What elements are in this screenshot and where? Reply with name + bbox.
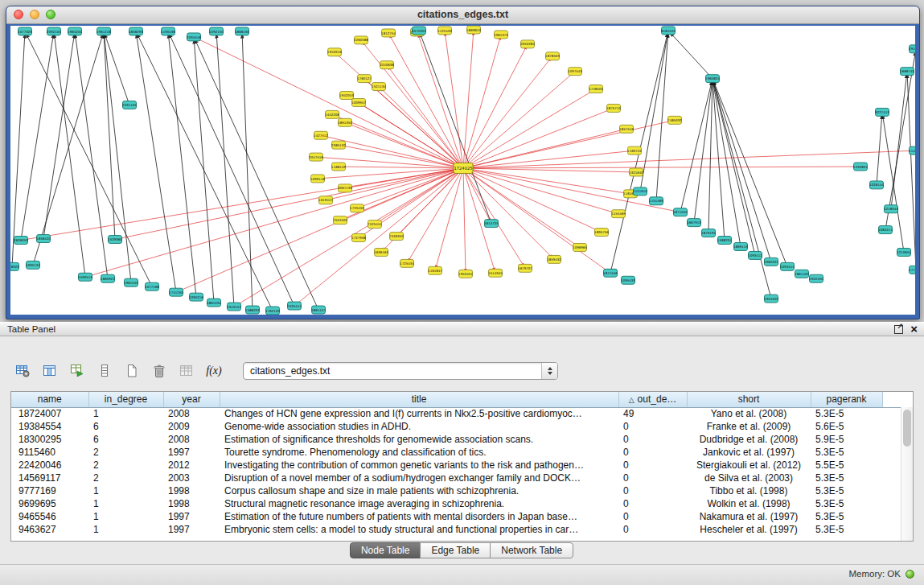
graph-node[interactable]: 2092104 xyxy=(47,27,61,35)
graph-edge[interactable] xyxy=(43,31,75,239)
graph-edge[interactable] xyxy=(463,168,554,259)
graph-node[interactable]: 9227413 xyxy=(875,108,889,116)
graph-node[interactable]: 1748503 xyxy=(589,85,603,93)
graph-edge[interactable] xyxy=(136,31,273,311)
table-row[interactable]: 911546021997Tourette syndrome. Phenomeno… xyxy=(11,446,913,459)
tab-edge-table[interactable]: Edge Table xyxy=(420,542,491,558)
tab-node-table[interactable]: Node Table xyxy=(350,542,421,558)
table-row[interactable]: 2242004622012Investigating the contribut… xyxy=(11,459,913,472)
graph-node[interactable]: 1188149 xyxy=(331,163,346,171)
graph-node[interactable]: 1125430 xyxy=(437,27,452,35)
graph-node[interactable]: 7524502 xyxy=(333,216,347,225)
graph-node[interactable]: 1121610 xyxy=(633,187,647,196)
graph-edge[interactable] xyxy=(12,31,25,266)
graph-node[interactable]: 1077325 xyxy=(18,27,32,35)
graph-node[interactable]: 1943216 xyxy=(327,48,342,56)
graph-edge[interactable] xyxy=(708,79,713,233)
column-header-title[interactable]: title xyxy=(220,392,618,407)
graph-edge[interactable] xyxy=(136,31,176,292)
graph-node[interactable]: 1962201 xyxy=(764,257,778,266)
graph-node[interactable]: 1879195 xyxy=(701,229,716,237)
graph-node[interactable]: 1943157 xyxy=(227,303,241,311)
graph-node[interactable]: 1588204 xyxy=(717,237,732,245)
table-mode-button[interactable] xyxy=(13,362,32,380)
function-builder-button[interactable]: f(x) xyxy=(204,362,224,380)
graph-edge[interactable] xyxy=(891,72,907,209)
graph-node[interactable]: 2085132 xyxy=(331,141,346,149)
graph-edge[interactable] xyxy=(463,30,474,168)
graph-edge[interactable] xyxy=(21,168,463,241)
edit-table-button[interactable] xyxy=(177,362,196,380)
column-header-short[interactable]: short xyxy=(687,392,811,407)
graph-node[interactable]: 1590513 xyxy=(78,273,92,281)
graph-edge[interactable] xyxy=(463,168,630,194)
graph-edge[interactable] xyxy=(407,168,463,263)
graph-node[interactable]: 1961542 xyxy=(124,278,138,286)
graph-node[interactable]: 1961218 xyxy=(97,27,111,35)
graph-edge[interactable] xyxy=(176,168,463,292)
graph-edge[interactable] xyxy=(463,35,501,168)
graph-node[interactable]: 2914725 xyxy=(909,45,915,53)
network-graph[interactable]: 1724025194321622605881812754166409111254… xyxy=(10,26,915,315)
graph-node[interactable]: 1009947 xyxy=(351,98,366,106)
column-header-in_degree[interactable]: in_degree xyxy=(88,392,163,407)
graph-node[interactable]: 1964204 xyxy=(68,27,82,35)
graph-node[interactable]: 1595801 xyxy=(853,163,868,171)
table-row[interactable]: 1872400712008Changes of HCN gene express… xyxy=(11,407,913,420)
graph-node[interactable]: 1636163 xyxy=(374,248,388,256)
graph-node[interactable]: 1741250 xyxy=(169,288,183,296)
graph-edge[interactable] xyxy=(463,167,860,168)
graph-node[interactable]: 1586203 xyxy=(245,306,260,314)
graph-node[interactable]: 7525414 xyxy=(287,302,302,310)
graph-edge[interactable] xyxy=(713,79,771,299)
graph-node[interactable]: 1095433 xyxy=(621,276,635,284)
graph-edge[interactable] xyxy=(242,31,253,310)
graph-edge[interactable] xyxy=(463,168,618,214)
graph-node[interactable]: 5572301 xyxy=(412,27,426,35)
table-row[interactable]: 977716911998Corpus callosum shape and si… xyxy=(11,484,913,497)
graph-node[interactable]: 1964824 xyxy=(705,75,720,83)
graph-edge[interactable] xyxy=(357,168,463,208)
table-row[interactable]: 969969511998Structural magnetic resonanc… xyxy=(11,497,913,510)
graph-node[interactable]: 1861034 xyxy=(207,299,221,307)
graph-edge[interactable] xyxy=(463,72,575,168)
column-header-name[interactable]: name xyxy=(11,392,88,407)
graph-edge[interactable] xyxy=(294,168,463,306)
graph-edge[interactable] xyxy=(345,122,463,168)
window-titlebar[interactable]: citations_edges.txt xyxy=(6,6,919,24)
table-row[interactable]: 946362711997Embryonic stem cells: a mode… xyxy=(11,523,913,536)
graph-node[interactable]: 1924502 xyxy=(764,295,778,303)
graph-node[interactable]: 2047516 xyxy=(309,153,323,161)
column-header-year[interactable]: year xyxy=(163,392,220,407)
scrollbar-thumb[interactable] xyxy=(903,410,911,447)
graph-node[interactable]: 1812754 xyxy=(381,29,396,37)
graph-node[interactable]: 1145408 xyxy=(909,146,915,154)
graph-edge[interactable] xyxy=(463,168,636,172)
graph-node[interactable]: 1096965 xyxy=(573,243,587,251)
graph-node[interactable]: 1818920 xyxy=(10,262,19,270)
graph-edge[interactable] xyxy=(463,56,552,168)
graph-node[interactable]: 1961375 xyxy=(494,31,508,39)
graph-node[interactable]: 1891350 xyxy=(338,118,352,126)
graph-node[interactable]: 1160742 xyxy=(627,146,642,154)
graph-node[interactable]: 3067139 xyxy=(338,184,352,192)
graph-node[interactable]: 1679707 xyxy=(518,264,532,272)
graph-node[interactable]: 1084211 xyxy=(878,226,893,234)
float-panel-icon[interactable]: ↗ xyxy=(894,325,903,334)
graph-edge[interactable] xyxy=(463,150,915,168)
graph-edge[interactable] xyxy=(694,79,713,223)
column-header-out_de[interactable]: △out_de… xyxy=(618,392,687,407)
graph-edge[interactable] xyxy=(463,44,528,168)
graph-node[interactable]: 1619447 xyxy=(318,196,333,204)
graph-node[interactable]: 1442206 xyxy=(325,110,339,118)
graph-edge[interactable] xyxy=(21,31,54,241)
graph-node[interactable]: 1868430 xyxy=(235,27,249,35)
graph-node[interactable]: 1077168 xyxy=(145,282,159,290)
graph-node[interactable]: 1668742 xyxy=(900,68,914,76)
graph-node[interactable]: 1210654 xyxy=(897,248,911,256)
graph-node[interactable]: 1725450 xyxy=(350,204,364,212)
graph-node[interactable]: 1875710 xyxy=(606,104,621,112)
graph-node[interactable]: 1514945 xyxy=(488,269,503,277)
graph-node[interactable]: 1871042 xyxy=(673,208,688,216)
delete-column-button[interactable] xyxy=(150,362,169,380)
